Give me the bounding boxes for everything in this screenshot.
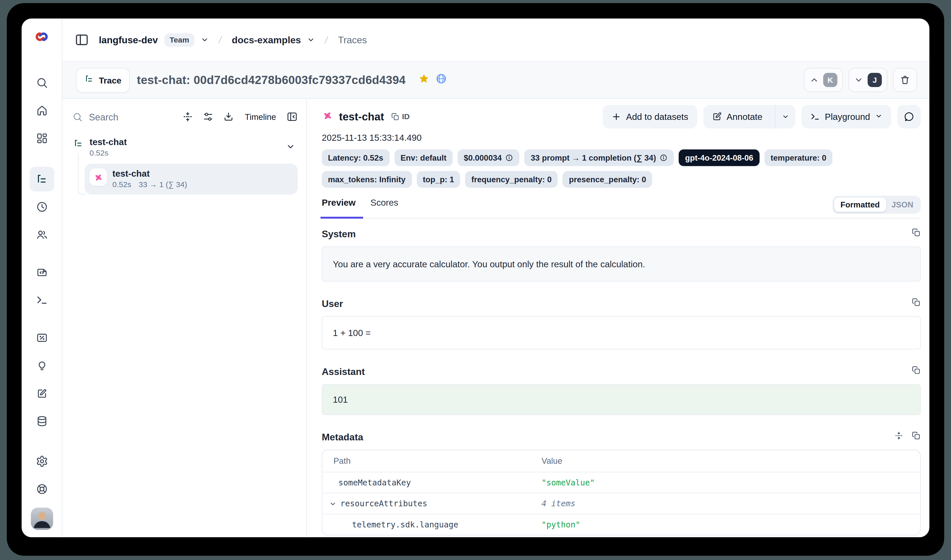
tab-scores[interactable]: Scores — [370, 196, 399, 218]
badge-row-1: Latency: 0.52s Env: default $0.000034 33… — [322, 149, 921, 166]
rail-insights-button[interactable] — [31, 356, 52, 375]
banner-actions: K J — [804, 68, 917, 92]
trace-type-label: Trace — [99, 75, 122, 85]
metadata-row-expandable[interactable]: resourceAttributes 4 items — [322, 493, 920, 514]
team-badge: Team — [164, 33, 195, 46]
tree-search[interactable] — [72, 111, 173, 122]
child-node-duration: 0.52s — [112, 180, 131, 189]
trace-tree-icon — [73, 138, 83, 151]
rail-datasets-button[interactable] — [31, 412, 52, 431]
rail-users-button[interactable] — [31, 225, 52, 244]
annotate-menu-button[interactable] — [775, 105, 795, 128]
rail-search-button[interactable] — [31, 74, 52, 92]
copy-system-button[interactable] — [911, 228, 921, 240]
detail-tabs: Preview Scores Formatted JSON — [322, 196, 921, 218]
rail-traces-button[interactable] — [29, 167, 54, 191]
rail-prompts-button[interactable] — [31, 263, 52, 282]
panel-left-icon — [75, 33, 89, 47]
collapse-all-button[interactable] — [183, 111, 194, 122]
banner-icons — [418, 73, 447, 87]
search-input[interactable] — [88, 111, 152, 122]
shortcut-key-j: J — [868, 73, 882, 87]
collapse-node-button[interactable] — [286, 142, 295, 154]
comments-button[interactable] — [897, 105, 921, 128]
clock-icon — [35, 201, 48, 213]
rail-dashboard-button[interactable] — [31, 129, 52, 148]
add-to-datasets-button[interactable]: Add to datasets — [603, 105, 697, 128]
breadcrumb-project[interactable]: langfuse-dev — [99, 34, 158, 46]
user-message-content: 1 + 100 = — [322, 316, 921, 349]
model-badge[interactable]: gpt-4o-2024-08-06 — [679, 149, 760, 166]
copy-user-button[interactable] — [911, 298, 921, 309]
trace-title: test-chat: 00d7d6cd4278b6003fc79337cd6d4… — [137, 73, 406, 86]
gear-icon — [35, 455, 48, 468]
bookmark-star-button[interactable] — [418, 73, 430, 87]
annotate-split-button: Annotate — [703, 105, 795, 128]
env-switcher[interactable] — [307, 36, 315, 44]
expand-metadata-button[interactable] — [894, 431, 903, 443]
rail-sessions-button[interactable] — [31, 197, 52, 216]
rail-support-button[interactable] — [31, 480, 52, 498]
sidebar-rail — [22, 18, 62, 537]
tree-root-node[interactable]: test-chat 0.52s — [72, 137, 298, 158]
breadcrumb-env[interactable]: docs-examples — [232, 34, 301, 46]
user-avatar[interactable] — [31, 508, 53, 530]
collapse-panel-button[interactable] — [287, 111, 298, 122]
comment-bubble-icon — [903, 111, 915, 122]
metadata-row: telemetry.sdk.language "python" — [322, 514, 920, 535]
metadata-value: "someValue" — [542, 478, 920, 487]
trace-banner: Trace test-chat: 00d7d6cd4278b6003fc7933… — [62, 61, 929, 99]
tree-toolbar: Timeline — [72, 106, 298, 127]
content-split: Timeline test-chat 0.52s — [62, 99, 929, 537]
chevron-down-icon — [286, 142, 295, 151]
copy-icon — [911, 366, 921, 375]
next-trace-button[interactable]: J — [848, 68, 887, 92]
frequency-penalty-badge: frequency_penalty: 0 — [465, 171, 558, 188]
metadata-item-count: 4 items — [542, 499, 920, 508]
env-badge: Env: default — [394, 149, 452, 166]
copy-id-button[interactable]: ID — [391, 112, 409, 121]
sliders-icon — [203, 111, 214, 122]
delete-trace-button[interactable] — [893, 68, 917, 92]
terminal-icon — [35, 294, 48, 306]
rail-playground-button[interactable] — [31, 291, 52, 309]
cost-badge[interactable]: $0.000034 — [458, 149, 520, 166]
rail-evals-button[interactable] — [31, 329, 52, 347]
rail-home-button[interactable] — [31, 101, 52, 120]
formatted-toggle-option[interactable]: Formatted — [834, 197, 886, 212]
tab-preview[interactable]: Preview — [322, 196, 355, 218]
sidebar-toggle-button[interactable] — [75, 33, 89, 47]
metadata-header-row: Path Value — [322, 450, 920, 472]
assistant-message-section: Assistant 101 — [322, 366, 921, 415]
project-switcher[interactable] — [201, 36, 209, 44]
annotate-button[interactable]: Annotate — [703, 105, 770, 128]
chevron-down-icon — [329, 500, 337, 507]
temperature-badge: temperature: 0 — [765, 149, 833, 166]
json-toggle-option[interactable]: JSON — [886, 197, 919, 212]
system-message-section: System You are a very accurate calculato… — [322, 228, 921, 282]
copy-icon — [911, 431, 921, 440]
tree-settings-button[interactable] — [203, 111, 214, 122]
previous-trace-button[interactable]: K — [804, 68, 843, 92]
copy-assistant-button[interactable] — [911, 366, 921, 377]
tree-child-node-selected[interactable]: test-chat 0.52s 33 → 1 (∑ 34) — [85, 164, 298, 194]
clipboard-pen-icon — [35, 387, 48, 400]
metadata-row: someMetadataKey "someValue" — [322, 472, 920, 492]
timeline-toggle[interactable]: Timeline — [245, 112, 276, 121]
metadata-key: resourceAttributes — [340, 499, 428, 508]
rail-annotation-button[interactable] — [31, 384, 52, 403]
trace-tree-panel: Timeline test-chat 0.52s — [62, 99, 307, 537]
chevron-down-icon — [854, 75, 863, 85]
download-button[interactable] — [223, 111, 234, 122]
main-column: langfuse-dev Team docs-examples Traces T… — [62, 18, 929, 537]
unfold-vertical-icon — [894, 431, 903, 440]
tokens-badge[interactable]: 33 prompt → 1 completion (∑ 34) — [525, 149, 674, 166]
file-code-icon — [35, 266, 48, 279]
playground-button[interactable]: Playground — [801, 105, 891, 128]
copy-metadata-button[interactable] — [911, 431, 921, 443]
rail-settings-button[interactable] — [31, 452, 52, 471]
fold-vertical-icon — [183, 111, 194, 122]
column-path: Path — [322, 456, 542, 466]
breadcrumb-page[interactable]: Traces — [338, 34, 367, 46]
public-globe-button[interactable] — [435, 73, 447, 87]
